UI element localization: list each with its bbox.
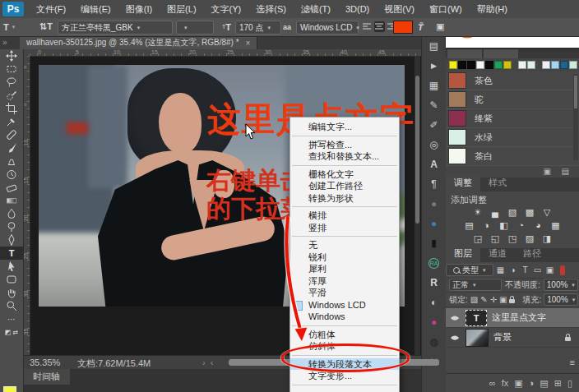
swatch-row[interactable]: 茶白 xyxy=(446,147,579,166)
context-menu-item[interactable]: Windows xyxy=(290,311,399,323)
align-left-icon[interactable] xyxy=(362,21,373,32)
menu-item[interactable]: 图层(L) xyxy=(160,0,203,18)
quick-selection-tool[interactable] xyxy=(0,89,23,102)
document-tab[interactable]: wallhaven-350125.jpg @ 35.4% (这里是点文字, RG… xyxy=(20,36,257,49)
dock-panel-icon[interactable]: ◍ xyxy=(422,332,446,352)
adjustment-icon[interactable]: ◨ xyxy=(540,233,554,244)
dock-panel-icon[interactable]: ● xyxy=(422,312,446,332)
layer-filter-icon[interactable]: ▣ xyxy=(544,265,555,274)
eyedropper-tool[interactable] xyxy=(0,115,23,128)
hand-tool[interactable] xyxy=(0,286,23,299)
menu-item[interactable]: 滤镜(T) xyxy=(294,0,338,18)
tab-paths[interactable]: 路径 xyxy=(515,246,549,262)
dock-panel-icon[interactable]: ◎ xyxy=(422,135,446,154)
adjustment-icon[interactable]: ◑ xyxy=(479,219,493,231)
swatch-row[interactable]: 驼 xyxy=(446,90,579,109)
color-chip[interactable] xyxy=(449,61,457,69)
tab-adjustments[interactable]: 调整 xyxy=(446,175,480,191)
font-family-select[interactable]: 方正兰亭特黑_GBK xyxy=(58,21,173,35)
zoom-tool[interactable] xyxy=(0,299,23,312)
timeline-tab[interactable]: 时间轴 xyxy=(23,369,70,385)
color-chip[interactable] xyxy=(569,61,577,69)
adjustment-icon[interactable]: ▧ xyxy=(506,206,520,218)
path-selection-tool[interactable] xyxy=(0,260,23,273)
text-color-swatch[interactable] xyxy=(393,21,413,34)
text-orientation-icon[interactable]: ⇅T xyxy=(39,21,53,33)
tab-styles[interactable]: 样式 xyxy=(480,175,515,191)
brush-tool[interactable] xyxy=(0,141,23,154)
context-menu-item[interactable]: 仿粗体 xyxy=(290,329,399,341)
adjustment-icon[interactable]: ◕ xyxy=(531,219,545,231)
dock-panel-icon[interactable]: ▶ xyxy=(422,56,446,76)
dock-panel-icon[interactable]: RA xyxy=(422,253,446,273)
anti-alias-select[interactable]: Windows LCD xyxy=(296,21,359,35)
layer-filter-icon[interactable]: T xyxy=(520,265,530,274)
dock-panel-icon[interactable]: R xyxy=(422,273,446,293)
eraser-tool[interactable] xyxy=(0,181,23,194)
layer-filter-icon[interactable]: ▦ xyxy=(495,265,506,274)
dock-panel-icon[interactable]: ✎ xyxy=(422,95,446,115)
canvas-vertical-scrollbar[interactable] xyxy=(415,56,420,355)
visibility-eye-icon[interactable] xyxy=(449,334,461,341)
adjustment-icon[interactable]: ▽ xyxy=(540,206,554,218)
context-menu-item[interactable]: 编辑文字... xyxy=(290,121,399,133)
menu-item[interactable]: 文件(F) xyxy=(29,0,73,18)
dock-panel-icon[interactable]: ◐ xyxy=(422,293,446,312)
dock-panel-icon[interactable]: ▮ xyxy=(422,233,446,253)
color-chip[interactable] xyxy=(518,61,526,69)
context-menu-item[interactable]: 竖排 xyxy=(290,222,399,234)
foreground-color-swatch[interactable] xyxy=(3,386,16,392)
lock-artboard-icon[interactable]: ▣ xyxy=(499,295,507,304)
panel-menu-icon[interactable]: ≡ xyxy=(570,357,575,367)
adjustment-icon[interactable]: ◲ xyxy=(471,233,485,244)
layer-filter-select[interactable]: 类型 xyxy=(446,264,493,276)
layer-row-text[interactable]: T 这里是点文字 xyxy=(446,308,579,328)
edit-toolbar-icon[interactable]: ⋯ xyxy=(0,312,23,325)
color-panel-tab[interactable] xyxy=(447,49,482,58)
adjustment-icon[interactable]: ▨ xyxy=(523,233,537,244)
context-menu-item[interactable]: 锐利 xyxy=(290,251,399,264)
menu-item[interactable]: 编辑(E) xyxy=(73,0,118,18)
dodge-tool[interactable] xyxy=(0,220,23,233)
color-chip[interactable] xyxy=(476,61,484,69)
color-chip[interactable] xyxy=(503,61,512,69)
menu-item[interactable]: 文字(Y) xyxy=(204,0,249,18)
menu-item[interactable]: 选择(S) xyxy=(248,0,294,18)
layers-action-icon[interactable]: ∞ xyxy=(489,378,496,388)
context-menu-item[interactable]: 栅格化文字 xyxy=(290,168,399,181)
swatches-scrollbar[interactable] xyxy=(573,74,578,160)
image-layer-thumbnail[interactable] xyxy=(466,329,489,347)
blend-mode-select[interactable]: 正常 xyxy=(449,279,502,291)
menu-item[interactable]: 窗口(W) xyxy=(422,0,470,18)
crop-tool[interactable] xyxy=(0,102,23,115)
layers-action-icon[interactable]: ▣ xyxy=(514,378,522,389)
type-tool[interactable]: T xyxy=(0,247,23,260)
color-chip[interactable] xyxy=(458,61,466,69)
close-tab-icon[interactable]: × xyxy=(246,39,251,48)
layer-row-background[interactable]: 背景 xyxy=(446,328,579,348)
toggle-panels-icon[interactable]: ▣ xyxy=(436,21,444,33)
marquee-tool[interactable] xyxy=(0,62,23,76)
swatch-row[interactable]: 水绿 xyxy=(446,128,579,147)
move-tool[interactable] xyxy=(0,49,23,62)
layer-name[interactable]: 背景 xyxy=(493,331,512,344)
pen-tool[interactable] xyxy=(0,233,23,247)
clone-stamp-tool[interactable] xyxy=(0,154,23,168)
layers-action-icon[interactable]: fx xyxy=(502,378,509,388)
context-menu-item[interactable] xyxy=(290,133,399,139)
swatch-folder-icon[interactable]: ▤ xyxy=(562,167,569,176)
color-chip[interactable] xyxy=(494,61,503,69)
lasso-tool[interactable] xyxy=(0,76,23,89)
context-menu-item[interactable] xyxy=(290,323,399,329)
default-colors-icon[interactable]: ◩ ⇄ xyxy=(0,325,23,339)
context-menu-item[interactable]: 浑厚 xyxy=(290,275,399,288)
menu-item[interactable]: 图像(I) xyxy=(118,0,160,18)
layer-filter-icon[interactable]: ◑ xyxy=(507,265,518,274)
menu-item[interactable]: 帮助(H) xyxy=(470,0,515,18)
context-menu-item[interactable]: 横排 xyxy=(290,210,399,222)
color-chip[interactable] xyxy=(485,61,493,69)
layers-action-icon[interactable]: ◑ xyxy=(529,378,535,388)
menu-item[interactable]: 视图(V) xyxy=(377,0,422,18)
fill-select[interactable]: 100% xyxy=(544,293,578,306)
adjustment-icon[interactable]: ◳ xyxy=(506,233,520,244)
